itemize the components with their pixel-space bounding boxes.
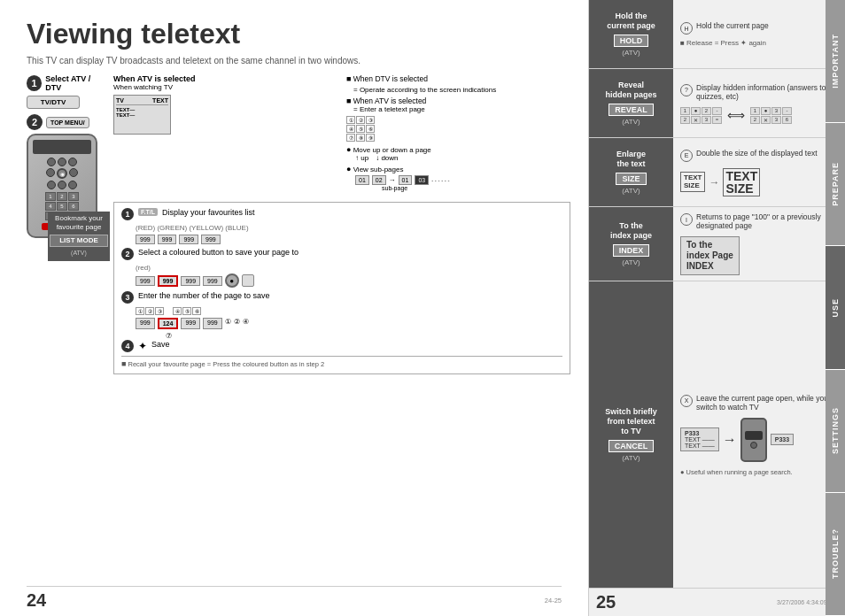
when-dtv-label: When DTV is selected bbox=[353, 74, 428, 83]
hold-note: ■ Release = Press ✦ again bbox=[680, 39, 838, 47]
enter-teletext-label: = Enter a teletext page bbox=[346, 105, 570, 113]
feature-hold: Hold thecurrent page HOLD (ATV) H Hold t… bbox=[589, 0, 845, 69]
text-before: TEXTSIZE bbox=[680, 172, 705, 193]
bm-step3-text: Enter the number of the page to save bbox=[138, 291, 270, 300]
top-instructions: When ATV is selected When watching TV TV… bbox=[113, 74, 570, 191]
enlarge-title: Enlargethe text bbox=[616, 150, 646, 169]
page-code: 24-25 bbox=[545, 597, 562, 604]
reveal-atv: (ATV) bbox=[622, 118, 640, 126]
reveal-label-col: Revealhidden pages REVEAL (ATV) bbox=[589, 69, 673, 137]
enlarge-content: E Double the size of the displayed text … bbox=[673, 138, 845, 206]
index-content: I Returns to page "100" or a previously … bbox=[673, 207, 845, 281]
left-panel: Viewing teletext This TV can display TV … bbox=[0, 0, 588, 616]
index-atv: (ATV) bbox=[622, 258, 640, 266]
tab-important[interactable]: IMPORTANT bbox=[826, 0, 845, 123]
cancel-icon: X bbox=[680, 395, 693, 407]
page-container: Viewing teletext This TV can display TV … bbox=[0, 0, 845, 616]
operate-label: = Operate according to the screen indica… bbox=[346, 86, 570, 94]
move-up-label: Move up or down a page bbox=[353, 146, 431, 154]
bm-step1-note: (RED) (GREEN) (YELLOW) (BLUE) bbox=[121, 224, 562, 232]
bm-step2-note: (red) bbox=[121, 264, 562, 272]
index-page-display: To theindex PageINDEX bbox=[680, 236, 740, 275]
index-badge: INDEX bbox=[613, 244, 650, 257]
hold-content: H Hold the current page ■ Release = Pres… bbox=[673, 0, 845, 68]
top-menu-button[interactable]: TOP MENU/ bbox=[46, 117, 89, 128]
feature-index: To theindex page INDEX (ATV) I Returns t… bbox=[589, 207, 845, 281]
bookmark-section: Bookmark your favourite page LIST MODE (… bbox=[113, 202, 570, 374]
cancel-atv: (ATV) bbox=[622, 454, 640, 462]
hold-atv: (ATV) bbox=[622, 49, 640, 57]
page-title: Viewing teletext bbox=[27, 18, 570, 50]
hold-icon: H bbox=[680, 22, 693, 35]
arrow-right-icon: → bbox=[709, 176, 719, 189]
tab-use[interactable]: USE bbox=[826, 246, 845, 369]
tab-trouble[interactable]: TROUBLE? bbox=[826, 493, 845, 616]
index-title: To theindex page bbox=[610, 221, 652, 241]
page-number-left: 24 bbox=[27, 590, 46, 611]
reveal-icon: ? bbox=[680, 84, 693, 96]
feature-enlarge: Enlargethe text SIZE (ATV) E Double the … bbox=[589, 138, 845, 207]
side-tabs: IMPORTANT PREPARE USE SETTINGS TROUBLE? bbox=[826, 0, 845, 616]
view-sub-label: View sub-pages bbox=[353, 166, 404, 173]
when-watching-label: When watching TV bbox=[113, 83, 337, 91]
bookmark-step2: 2 Select a coloured button to save your … bbox=[121, 248, 562, 260]
bookmark-step1: 1 F.T/L Display your favourites list bbox=[121, 208, 562, 220]
tv-window-atv: TVTEXT TEXT— TEXT— bbox=[113, 95, 171, 135]
reveal-title: Revealhidden pages bbox=[605, 81, 656, 100]
tab-settings[interactable]: SETTINGS bbox=[826, 370, 845, 493]
reveal-badge: REVEAL bbox=[609, 104, 654, 116]
cancel-content: X Leave the current page open, while you… bbox=[673, 281, 845, 588]
text-size-visual: TEXTSIZE → TEXT SIZE bbox=[680, 168, 838, 196]
index-label-col: To theindex page INDEX (ATV) bbox=[589, 207, 673, 281]
recall-note: ■ Recall your favourite page = Press the… bbox=[121, 356, 562, 368]
enlarge-desc: Double the size of the displayed text bbox=[696, 149, 818, 158]
step-2-number: 2 bbox=[27, 114, 43, 130]
reveal-desc: Display hidden information (answers to q… bbox=[696, 83, 838, 101]
hold-label-col: Hold thecurrent page HOLD (ATV) bbox=[589, 0, 673, 68]
feature-cancel: Switch brieflyfrom teletextto TV CANCEL … bbox=[589, 281, 845, 588]
when-atv-col: When ATV is selected When watching TV TV… bbox=[113, 74, 337, 191]
dtv-col: ■ When DTV is selected = Operate accordi… bbox=[346, 74, 570, 191]
cancel-note: ● Useful when running a page search. bbox=[680, 468, 838, 476]
main-content-area: 1 Select ATV / DTV TV/DTV 2 TOP MENU/ bbox=[27, 74, 570, 374]
page-number-right: 25 bbox=[596, 592, 616, 612]
content-columns: When ATV is selected When watching TV TV… bbox=[113, 74, 570, 374]
tab-prepare[interactable]: PREPARE bbox=[826, 123, 845, 246]
right-footer: 25 3/27/2006 4:34:09 PM bbox=[589, 588, 845, 616]
right-panel: Hold thecurrent page HOLD (ATV) H Hold t… bbox=[588, 0, 845, 616]
reveal-visual: 1 ● 2 - 2 ✕ 3 = ⟺ 1 ● 3 - bbox=[680, 107, 838, 124]
cancel-badge: CANCEL bbox=[609, 440, 655, 452]
bm-step1-text: Display your favourites list bbox=[162, 208, 255, 217]
enlarge-atv: (ATV) bbox=[622, 187, 640, 195]
page-subtitle: This TV can display TV broadcasts and te… bbox=[27, 56, 570, 65]
when-atv-sel-label: When ATV is selected bbox=[353, 96, 427, 105]
index-visual: To theindex PageINDEX bbox=[680, 236, 838, 275]
cancel-arrow-icon: → bbox=[723, 432, 737, 448]
hold-badge: HOLD bbox=[614, 35, 649, 47]
bottom-line: 24 24-25 bbox=[27, 586, 562, 611]
down-label: down bbox=[381, 154, 398, 162]
select-atv-label: Select ATV / DTV bbox=[45, 74, 106, 92]
sub-page-label: sub-page bbox=[346, 185, 570, 191]
bm-step4-text: Save bbox=[151, 340, 170, 349]
bookmark-step4: 4 ✦ Save bbox=[121, 340, 562, 352]
cancel-title: Switch brieflyfrom teletextto TV bbox=[605, 407, 657, 435]
cancel-visual: P333 TEXT —— TEXT —— → P333 bbox=[680, 418, 838, 462]
p333-after: P333 bbox=[771, 434, 794, 445]
tvdtv-button[interactable]: TV/DTV bbox=[27, 96, 80, 109]
feature-reveal: Revealhidden pages REVEAL (ATV) ? Displa… bbox=[589, 69, 845, 138]
cancel-desc: Leave the current page open, while you s… bbox=[696, 394, 838, 412]
when-atv-label: When ATV is selected bbox=[113, 74, 337, 83]
enlarge-label-col: Enlargethe text SIZE (ATV) bbox=[589, 138, 673, 206]
text-after: TEXT SIZE bbox=[723, 168, 760, 196]
reveal-content: ? Display hidden information (answers to… bbox=[673, 69, 845, 137]
hold-title: Hold thecurrent page bbox=[607, 12, 655, 31]
remote-mini-icon bbox=[740, 418, 767, 462]
enlarge-badge: SIZE bbox=[616, 173, 646, 185]
step-1-number: 1 bbox=[27, 75, 42, 91]
index-icon: I bbox=[680, 213, 693, 226]
ftl-button: F.T/L bbox=[138, 208, 158, 216]
up-label: up bbox=[360, 154, 368, 162]
p333-before: P333 TEXT —— TEXT —— bbox=[680, 427, 719, 451]
bm-step2-text: Select a coloured button to save your pa… bbox=[138, 248, 298, 257]
